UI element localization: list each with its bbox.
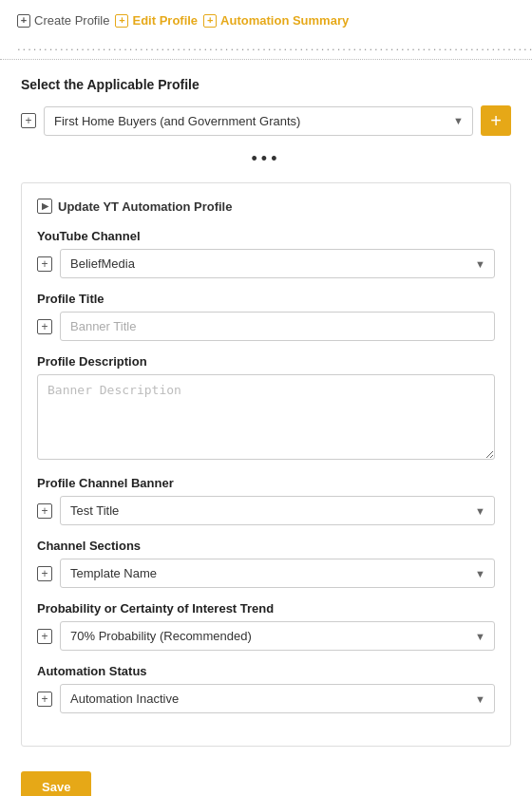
edit-profile-plus-icon: + — [115, 14, 128, 28]
youtube-channel-row: + BeliefMedia ▼ — [37, 249, 495, 278]
probability-select[interactable]: 70% Probability (Recommended) — [60, 621, 495, 651]
youtube-channel-group: YouTube Channel + BeliefMedia ▼ — [37, 229, 495, 278]
automation-status-row: + Automation Inactive ▼ — [37, 684, 495, 713]
automation-summary-plus-icon: + — [203, 14, 217, 28]
probability-group: Probability or Certainty of Interest Tre… — [37, 601, 495, 651]
profile-channel-banner-select-wrapper: Test Title ▼ — [60, 496, 495, 525]
profile-description-label: Profile Description — [37, 354, 495, 369]
profile-title-plus-icon[interactable]: + — [37, 319, 52, 334]
main-content: Select the Applicable Profile + First Ho… — [0, 60, 532, 796]
profile-select-wrapper: First Home Buyers (and Government Grants… — [44, 106, 473, 136]
youtube-channel-label: YouTube Channel — [37, 229, 495, 243]
automation-status-label: Automation Status — [37, 664, 495, 678]
automation-status-select[interactable]: Automation Inactive — [60, 684, 495, 713]
save-button[interactable]: Save — [21, 771, 91, 796]
profile-description-group: Profile Description — [37, 354, 495, 463]
divider: ........................................… — [0, 37, 532, 60]
profile-description-textarea[interactable] — [37, 374, 495, 460]
channel-sections-group: Channel Sections + Template Name ▼ — [37, 539, 495, 588]
update-section: ▶ Update YT Automation Profile YouTube C… — [21, 182, 511, 747]
automation-summary-label: Automation Summary — [220, 13, 349, 28]
channel-sections-label: Channel Sections — [37, 539, 495, 553]
nav-create-profile[interactable]: + Create Profile — [17, 13, 109, 28]
create-profile-label: Create Profile — [34, 13, 109, 28]
automation-status-select-wrapper: Automation Inactive ▼ — [60, 684, 495, 713]
profile-title-row: + — [37, 312, 495, 341]
youtube-channel-plus-icon[interactable]: + — [37, 256, 52, 272]
channel-sections-select-wrapper: Template Name ▼ — [60, 559, 495, 588]
nav-automation-summary[interactable]: + Automation Summary — [203, 13, 349, 28]
profile-channel-banner-label: Profile Channel Banner — [37, 476, 495, 490]
profile-title-input[interactable] — [60, 312, 495, 341]
channel-sections-row: + Template Name ▼ — [37, 559, 495, 588]
update-section-title: ▶ Update YT Automation Profile — [37, 199, 495, 214]
probability-plus-icon[interactable]: + — [37, 629, 52, 644]
profile-channel-banner-select[interactable]: Test Title — [60, 496, 495, 525]
profile-select[interactable]: First Home Buyers (and Government Grants… — [44, 106, 473, 136]
edit-profile-label: Edit Profile — [132, 13, 198, 28]
probability-row: + 70% Probability (Recommended) ▼ — [37, 621, 495, 651]
profile-plus-icon[interactable]: + — [21, 113, 36, 128]
top-navigation: + Create Profile + Edit Profile + Automa… — [0, 0, 532, 37]
probability-label: Probability or Certainty of Interest Tre… — [37, 601, 495, 616]
add-profile-button[interactable]: + — [481, 105, 511, 136]
update-icon: ▶ — [37, 199, 52, 214]
dots-separator: ••• — [21, 149, 511, 169]
profile-channel-banner-row: + Test Title ▼ — [37, 496, 495, 525]
profile-title-label: Profile Title — [37, 292, 495, 306]
youtube-channel-select-wrapper: BeliefMedia ▼ — [60, 249, 495, 278]
youtube-channel-select[interactable]: BeliefMedia — [60, 249, 495, 278]
profile-channel-banner-group: Profile Channel Banner + Test Title ▼ — [37, 476, 495, 525]
channel-sections-plus-icon[interactable]: + — [37, 566, 52, 581]
nav-edit-profile[interactable]: + Edit Profile — [115, 13, 198, 28]
profile-select-row: + First Home Buyers (and Government Gran… — [21, 105, 511, 136]
probability-select-wrapper: 70% Probability (Recommended) ▼ — [60, 621, 495, 651]
profile-section-title: Select the Applicable Profile — [21, 77, 511, 92]
profile-title-group: Profile Title + — [37, 292, 495, 341]
automation-status-group: Automation Status + Automation Inactive … — [37, 664, 495, 713]
profile-channel-banner-plus-icon[interactable]: + — [37, 503, 52, 519]
automation-status-plus-icon[interactable]: + — [37, 692, 52, 707]
create-profile-plus-icon: + — [17, 14, 30, 28]
channel-sections-select[interactable]: Template Name — [60, 559, 495, 588]
